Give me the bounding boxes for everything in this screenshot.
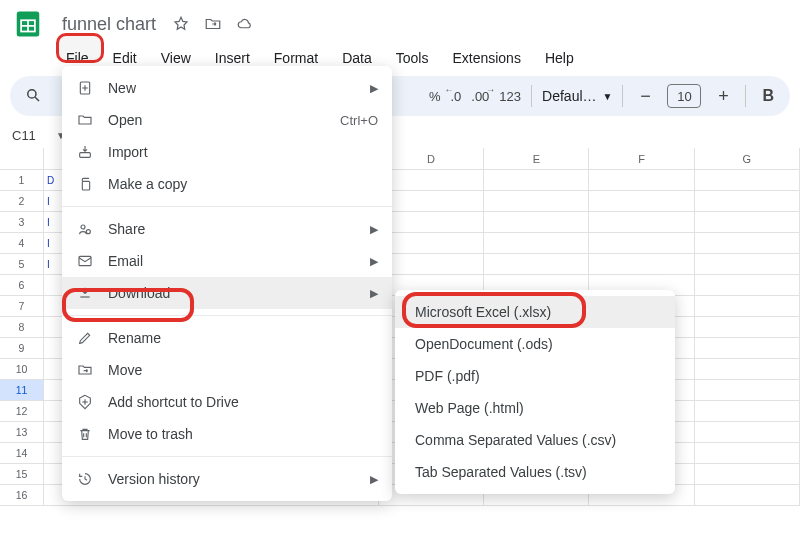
cell[interactable] bbox=[695, 338, 800, 359]
cell[interactable] bbox=[695, 212, 800, 233]
cell[interactable] bbox=[695, 359, 800, 380]
search-icon[interactable] bbox=[24, 86, 42, 107]
document-title[interactable]: funnel chart bbox=[56, 12, 162, 37]
cell[interactable] bbox=[695, 170, 800, 191]
cell[interactable] bbox=[695, 401, 800, 422]
cell[interactable] bbox=[589, 212, 694, 233]
row-header[interactable]: 1 bbox=[0, 170, 44, 191]
font-select[interactable]: Defaul…▼ bbox=[542, 88, 612, 104]
sheets-logo-icon[interactable] bbox=[10, 6, 46, 42]
download-tsv[interactable]: Tab Separated Values (.tsv) bbox=[395, 456, 675, 488]
submenu-caret-icon: ▶ bbox=[370, 255, 378, 268]
menu-separator bbox=[62, 456, 392, 457]
menu-label: Microsoft Excel (.xlsx) bbox=[415, 304, 661, 320]
menu-label: Move to trash bbox=[108, 426, 378, 442]
cell[interactable] bbox=[484, 212, 589, 233]
cell[interactable] bbox=[695, 275, 800, 296]
cell[interactable] bbox=[695, 254, 800, 275]
cell[interactable] bbox=[379, 191, 484, 212]
font-size-input[interactable]: 10 bbox=[667, 84, 701, 108]
file-share[interactable]: Share ▶ bbox=[62, 213, 392, 245]
percent-format-button[interactable]: % bbox=[429, 89, 441, 104]
bold-button[interactable]: B bbox=[756, 87, 780, 105]
row-header[interactable]: 6 bbox=[0, 275, 44, 296]
font-size-increase[interactable]: + bbox=[711, 84, 735, 108]
rename-icon bbox=[76, 330, 94, 346]
cell[interactable] bbox=[695, 233, 800, 254]
cell[interactable] bbox=[695, 191, 800, 212]
row-header[interactable]: 15 bbox=[0, 464, 44, 485]
row-header[interactable]: 9 bbox=[0, 338, 44, 359]
row-header[interactable]: 11 bbox=[0, 380, 44, 401]
file-import[interactable]: Import bbox=[62, 136, 392, 168]
cell[interactable] bbox=[695, 296, 800, 317]
cell[interactable] bbox=[379, 170, 484, 191]
cell[interactable] bbox=[695, 422, 800, 443]
row-header[interactable]: 12 bbox=[0, 401, 44, 422]
menu-help[interactable]: Help bbox=[535, 46, 584, 70]
row-header[interactable]: 13 bbox=[0, 422, 44, 443]
decrease-decimal-button[interactable]: .0← bbox=[450, 89, 461, 104]
file-move[interactable]: Move bbox=[62, 354, 392, 386]
menu-label: Share bbox=[108, 221, 356, 237]
cell[interactable] bbox=[695, 380, 800, 401]
increase-decimal-button[interactable]: .00→ bbox=[471, 89, 489, 104]
download-pdf[interactable]: PDF (.pdf) bbox=[395, 360, 675, 392]
download-html[interactable]: Web Page (.html) bbox=[395, 392, 675, 424]
file-rename[interactable]: Rename bbox=[62, 322, 392, 354]
file-trash[interactable]: Move to trash bbox=[62, 418, 392, 450]
column-header[interactable]: D bbox=[379, 148, 484, 170]
menu-separator bbox=[62, 206, 392, 207]
row-header[interactable]: 2 bbox=[0, 191, 44, 212]
menu-tools[interactable]: Tools bbox=[386, 46, 439, 70]
star-icon[interactable] bbox=[172, 15, 190, 33]
cell[interactable] bbox=[379, 212, 484, 233]
name-box[interactable]: C11 bbox=[10, 124, 54, 147]
menu-extensions[interactable]: Extensions bbox=[442, 46, 530, 70]
cell[interactable] bbox=[695, 317, 800, 338]
cell[interactable] bbox=[695, 464, 800, 485]
file-version-history[interactable]: Version history ▶ bbox=[62, 463, 392, 495]
cell[interactable] bbox=[484, 233, 589, 254]
file-email[interactable]: Email ▶ bbox=[62, 245, 392, 277]
number-format-button[interactable]: 123 bbox=[499, 89, 521, 104]
file-download[interactable]: Download ▶ bbox=[62, 277, 392, 309]
cell[interactable] bbox=[589, 254, 694, 275]
cell[interactable] bbox=[484, 191, 589, 212]
cell[interactable] bbox=[379, 233, 484, 254]
cell[interactable] bbox=[589, 191, 694, 212]
download-csv[interactable]: Comma Separated Values (.csv) bbox=[395, 424, 675, 456]
row-header[interactable]: 10 bbox=[0, 359, 44, 380]
email-icon bbox=[76, 253, 94, 269]
cell[interactable] bbox=[695, 443, 800, 464]
file-add-shortcut[interactable]: Add shortcut to Drive bbox=[62, 386, 392, 418]
cell[interactable] bbox=[379, 254, 484, 275]
download-xlsx[interactable]: Microsoft Excel (.xlsx) bbox=[395, 296, 675, 328]
file-open[interactable]: Open Ctrl+O bbox=[62, 104, 392, 136]
move-folder-icon[interactable] bbox=[204, 15, 222, 33]
select-all-corner[interactable] bbox=[0, 148, 44, 170]
file-new[interactable]: New ▶ bbox=[62, 72, 392, 104]
cell[interactable] bbox=[695, 485, 800, 506]
row-header[interactable]: 3 bbox=[0, 212, 44, 233]
cell[interactable] bbox=[484, 254, 589, 275]
download-ods[interactable]: OpenDocument (.ods) bbox=[395, 328, 675, 360]
cell[interactable] bbox=[589, 233, 694, 254]
cell[interactable] bbox=[484, 170, 589, 191]
row-header[interactable]: 16 bbox=[0, 485, 44, 506]
column-header[interactable]: G bbox=[695, 148, 800, 170]
row-header[interactable]: 8 bbox=[0, 317, 44, 338]
row-header[interactable]: 7 bbox=[0, 296, 44, 317]
download-icon bbox=[76, 285, 94, 301]
row-header[interactable]: 4 bbox=[0, 233, 44, 254]
copy-icon bbox=[76, 176, 94, 192]
column-header[interactable]: E bbox=[484, 148, 589, 170]
font-size-decrease[interactable]: − bbox=[633, 84, 657, 108]
file-make-copy[interactable]: Make a copy bbox=[62, 168, 392, 200]
cloud-status-icon[interactable] bbox=[236, 15, 254, 33]
row-header[interactable]: 14 bbox=[0, 443, 44, 464]
column-header[interactable]: F bbox=[589, 148, 694, 170]
menu-label: Web Page (.html) bbox=[415, 400, 661, 416]
cell[interactable] bbox=[589, 170, 694, 191]
row-header[interactable]: 5 bbox=[0, 254, 44, 275]
